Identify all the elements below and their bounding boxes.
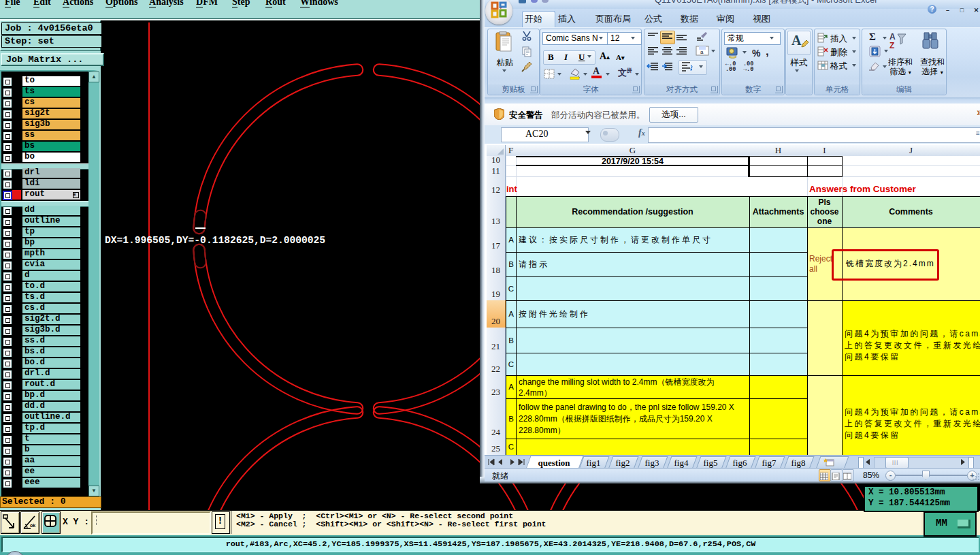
svg-text:A: A <box>889 32 896 42</box>
svg-text:a: a <box>700 49 704 55</box>
svg-text:Z: Z <box>889 41 894 50</box>
svg-text:ok: ok <box>30 523 35 528</box>
svg-text:DX=1.996505,DY=-0.1182625,D=2.: DX=1.996505,DY=-0.1182625,D=2.0000025 <box>105 235 325 246</box>
